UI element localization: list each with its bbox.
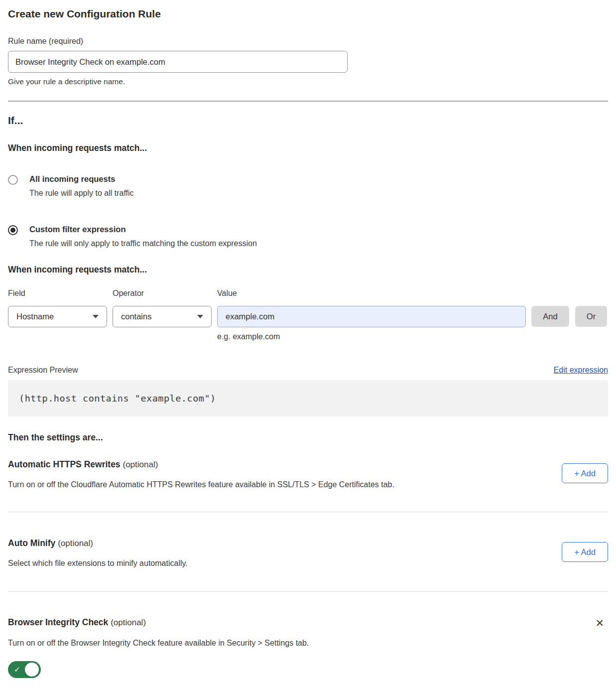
value-helper: e.g. example.com bbox=[217, 332, 526, 342]
setting-automatic-https-rewrites: Automatic HTTPS Rewrites (optional) Turn… bbox=[8, 459, 608, 490]
settings-heading: Then the settings are... bbox=[8, 432, 608, 443]
setting-optional-tag: (optional) bbox=[123, 460, 158, 469]
match-heading: When incoming requests match... bbox=[8, 142, 608, 153]
radio-option-all-requests[interactable]: All incoming requests The rule will appl… bbox=[8, 174, 608, 198]
rule-name-input[interactable] bbox=[8, 51, 348, 73]
check-icon: ✓ bbox=[14, 665, 20, 675]
value-column: Value e.g. example.com bbox=[217, 288, 526, 342]
field-column: Field Hostname bbox=[8, 288, 107, 327]
chevron-down-icon bbox=[197, 315, 203, 318]
builder-heading: When incoming requests match... bbox=[8, 264, 608, 275]
rule-name-label: Rule name (required) bbox=[8, 36, 608, 46]
setting-optional-tag: (optional) bbox=[111, 618, 146, 627]
field-select[interactable]: Hostname bbox=[8, 306, 107, 327]
radio-button[interactable] bbox=[8, 225, 18, 235]
setting-title-text: Automatic HTTPS Rewrites bbox=[8, 459, 121, 469]
add-button[interactable]: + Add bbox=[562, 542, 608, 562]
value-input[interactable] bbox=[217, 306, 526, 327]
setting-optional-tag: (optional) bbox=[58, 539, 93, 548]
operator-column: Operator contains bbox=[113, 288, 212, 327]
setting-title-text: Browser Integrity Check bbox=[8, 617, 108, 627]
setting-divider bbox=[8, 512, 608, 512]
setting-title: Automatic HTTPS Rewrites (optional) bbox=[8, 459, 394, 470]
setting-divider bbox=[8, 591, 608, 592]
radio-button[interactable] bbox=[8, 175, 18, 185]
setting-description: Select which file extensions to minify a… bbox=[8, 558, 188, 568]
browser-integrity-toggle[interactable]: ✓ bbox=[8, 661, 41, 678]
page-title: Create new Configuration Rule bbox=[8, 7, 608, 21]
radio-label[interactable]: All incoming requests bbox=[29, 174, 134, 184]
operator-select-value: contains bbox=[121, 312, 151, 321]
setting-browser-integrity-check: Browser Integrity Check (optional) ✕ Tur… bbox=[8, 617, 608, 680]
field-select-value: Hostname bbox=[16, 312, 54, 321]
setting-title: Auto Minify (optional) bbox=[8, 538, 188, 549]
operator-select[interactable]: contains bbox=[113, 306, 212, 327]
rule-name-helper: Give your rule a descriptive name. bbox=[8, 77, 608, 86]
radio-option-custom-filter[interactable]: Custom filter expression The rule will o… bbox=[8, 224, 608, 249]
add-button[interactable]: + Add bbox=[562, 463, 608, 483]
value-label: Value bbox=[217, 288, 526, 298]
or-button[interactable]: Or bbox=[575, 306, 607, 327]
field-label: Field bbox=[8, 288, 107, 298]
expression-preview-label: Expression Preview bbox=[8, 365, 78, 375]
close-icon[interactable]: ✕ bbox=[595, 618, 604, 629]
setting-description: Turn on or off the Cloudflare Automatic … bbox=[8, 480, 394, 490]
toggle-knob[interactable] bbox=[25, 663, 39, 677]
radio-description: The rule will only apply to traffic matc… bbox=[29, 239, 257, 249]
edit-expression-link[interactable]: Edit expression bbox=[554, 366, 608, 375]
expression-builder-row: Field Hostname Operator contains Value e… bbox=[8, 288, 608, 342]
setting-header-row: Browser Integrity Check (optional) ✕ bbox=[8, 617, 608, 629]
setting-description: Turn on or off the Browser Integrity Che… bbox=[8, 638, 608, 648]
operator-label: Operator bbox=[113, 288, 212, 298]
expression-preview-header: Expression Preview Edit expression bbox=[8, 365, 608, 375]
setting-title-text: Auto Minify bbox=[8, 538, 55, 548]
setting-title: Browser Integrity Check (optional) bbox=[8, 617, 146, 628]
and-button[interactable]: And bbox=[531, 306, 569, 327]
setting-auto-minify: Auto Minify (optional) Select which file… bbox=[8, 538, 608, 568]
radio-label[interactable]: Custom filter expression bbox=[29, 224, 257, 235]
section-divider bbox=[8, 101, 608, 102]
radio-description: The rule will apply to all traffic bbox=[29, 188, 134, 198]
chevron-down-icon bbox=[93, 315, 99, 318]
expression-preview-code: (http.host contains "example.com") bbox=[8, 380, 608, 416]
if-heading: If... bbox=[8, 114, 608, 127]
